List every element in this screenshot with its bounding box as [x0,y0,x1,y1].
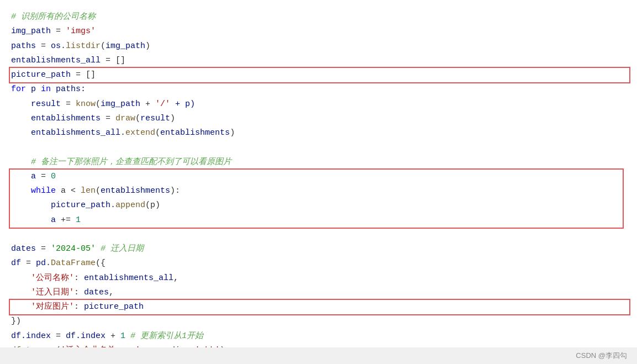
code-line: }) [11,314,626,329]
footer-label: CSDN @李四勾 [576,351,627,360]
code-line: df.to_csv('迁入企业名单.csv', encoding='gbk') [11,344,626,347]
code-line: '公司名称': entablishments_all, [11,271,626,286]
code-line: img_path = 'imgs' [11,24,626,39]
code-block: # 识别所有的公司名称img_path = 'imgs'paths = os.l… [11,10,626,347]
code-line: a += 1 [11,213,626,228]
footer: CSDN @李四勾 [0,347,637,364]
code-line: a = 0 [11,170,626,184]
code-line: df = pd.DataFrame({ [11,256,626,271]
code-editor: # 识别所有的公司名称img_path = 'imgs'paths = os.l… [0,0,637,347]
code-line: dates = '2024-05' # 迁入日期 [11,242,626,256]
code-line: picture_path.append(p) [11,198,626,213]
code-line: '对应图片': picture_path [11,300,626,314]
code-line: for p in paths: [11,82,626,97]
code-line [11,228,626,242]
code-line: entablishments = draw(result) [11,112,626,126]
code-line: df.index = df.index + 1 # 更新索引从1开始 [11,329,626,344]
code-line: # 识别所有的公司名称 [11,10,626,24]
code-line: while a < len(entablishments): [11,184,626,198]
code-line: entablishments_all.extend(entablishments… [11,126,626,140]
code-line: '迁入日期': dates, [11,286,626,300]
code-line: # 备注一下那张照片，企查查匹配不到了可以看原图片 [11,155,626,170]
code-line: picture_path = [] [11,68,626,82]
code-line [11,140,626,155]
code-line: paths = os.listdir(img_path) [11,39,626,54]
code-line: entablishments_all = [] [11,54,626,68]
code-line: result = know(img_path + '/' + p) [11,97,626,112]
